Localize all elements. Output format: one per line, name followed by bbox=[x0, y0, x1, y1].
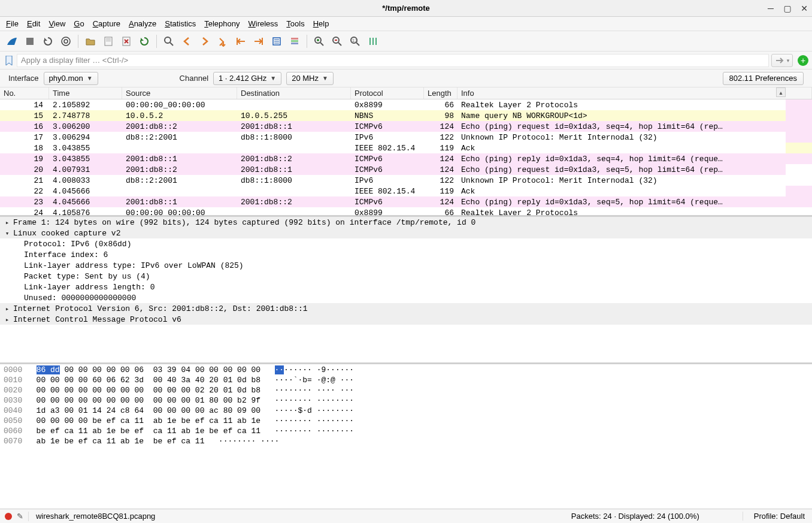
interface-label: Interface bbox=[8, 74, 39, 83]
col-time[interactable]: Time bbox=[49, 87, 122, 99]
packet-row[interactable]: 183.043855IEEE 802.15.4119Ack bbox=[0, 143, 812, 153]
zoom-reset-icon[interactable]: 1:1 bbox=[347, 33, 363, 50]
packet-row[interactable]: 234.0456662001:db8::12001:db8::2ICMPv612… bbox=[0, 196, 812, 207]
hex-line[interactable]: 0060 be ef ca 11 ab 1e be ef ca 11 ab 1e… bbox=[4, 427, 808, 437]
hex-line[interactable]: 0010 00 00 00 00 60 06 62 3d 00 40 3a 40… bbox=[4, 376, 808, 386]
save-file-icon[interactable] bbox=[100, 33, 117, 50]
hex-line[interactable]: 0000 86 dd 00 00 00 00 00 06 03 39 04 00… bbox=[4, 365, 808, 376]
interface-dropdown[interactable]: phy0.mon▼ bbox=[44, 72, 98, 85]
menu-file[interactable]: File bbox=[6, 19, 19, 28]
display-filter-input[interactable] bbox=[17, 54, 769, 67]
go-last-packet-icon[interactable] bbox=[250, 33, 267, 50]
chevron-down-icon: ▼ bbox=[270, 75, 276, 81]
chevron-down-icon: ▼ bbox=[87, 75, 93, 81]
maximize-button[interactable]: ▢ bbox=[783, 4, 792, 13]
channel-dropdown[interactable]: 1 · 2.412 GHz▼ bbox=[213, 72, 281, 85]
detail-line[interactable]: ▸Internet Protocol Version 6, Src: 2001:… bbox=[0, 303, 812, 314]
packet-row[interactable]: 173.006294db8::2:2001db8::1:8000IPv6122U… bbox=[0, 132, 812, 143]
packet-row[interactable]: 224.045666IEEE 802.15.4119Ack bbox=[0, 186, 812, 196]
close-button[interactable]: ✕ bbox=[800, 4, 808, 13]
menu-go[interactable]: Go bbox=[74, 19, 84, 28]
hex-line[interactable]: 0030 00 00 00 00 00 00 00 00 00 00 00 01… bbox=[4, 396, 808, 406]
add-filter-button[interactable]: + bbox=[798, 55, 808, 66]
menu-edit[interactable]: Edit bbox=[27, 19, 40, 28]
go-to-packet-icon[interactable] bbox=[214, 33, 231, 50]
menu-capture[interactable]: Capture bbox=[93, 19, 120, 28]
minimize-button[interactable]: ─ bbox=[766, 4, 775, 13]
packet-bytes-pane[interactable]: 0000 86 dd 00 00 00 00 00 06 03 39 04 00… bbox=[0, 364, 812, 509]
hex-line[interactable]: 0070 ab 1e be ef ca 11 ab 1e be ef ca 11… bbox=[4, 437, 808, 447]
wireless-toolbar: Interface phy0.mon▼ Channel 1 · 2.412 GH… bbox=[0, 69, 812, 87]
col-destination[interactable]: Destination bbox=[237, 87, 351, 99]
col-protocol[interactable]: Protocol bbox=[351, 87, 424, 99]
tree-toggle-icon[interactable]: ▸ bbox=[4, 305, 11, 313]
tree-toggle-icon[interactable]: ▸ bbox=[4, 316, 11, 324]
detail-line[interactable]: Link-layer address length: 0 bbox=[0, 282, 812, 292]
scroll-up-button[interactable]: ▴ bbox=[776, 87, 786, 97]
detail-line[interactable]: ▸Internet Control Message Protocol v6 bbox=[0, 314, 812, 325]
reload-icon[interactable] bbox=[136, 33, 153, 50]
hex-line[interactable]: 0020 00 00 00 00 00 00 00 00 00 00 00 02… bbox=[4, 386, 808, 396]
wireless-prefs-button[interactable]: 802.11 Preferences bbox=[723, 72, 804, 85]
restart-capture-icon[interactable] bbox=[40, 33, 56, 50]
packet-color-strip bbox=[786, 99, 812, 207]
detail-line[interactable]: ▸Frame 1: 124 bytes on wire (992 bits), … bbox=[0, 217, 812, 228]
capture-file-properties-icon[interactable]: ✎ bbox=[17, 512, 23, 521]
bookmark-icon[interactable] bbox=[4, 54, 14, 67]
svg-line-9 bbox=[170, 43, 173, 46]
stop-capture-icon[interactable] bbox=[22, 33, 38, 50]
menu-statistics[interactable]: Statistics bbox=[165, 19, 196, 28]
menu-help[interactable]: Help bbox=[313, 19, 329, 28]
packet-row[interactable]: 214.008033db8::2:2001db8::1:8000IPv6122U… bbox=[0, 175, 812, 186]
go-next-packet-icon[interactable] bbox=[196, 33, 213, 50]
detail-line[interactable]: Interface index: 6 bbox=[0, 249, 812, 260]
channel-width-dropdown[interactable]: 20 MHz▼ bbox=[286, 72, 334, 85]
find-packet-icon[interactable] bbox=[160, 33, 177, 50]
packet-row[interactable]: 163.0062002001:db8::22001:db8::1ICMPv612… bbox=[0, 121, 812, 132]
resize-columns-icon[interactable] bbox=[365, 33, 381, 50]
zoom-out-icon[interactable] bbox=[329, 33, 346, 50]
status-profile[interactable]: Profile: Default bbox=[743, 512, 807, 521]
packet-row[interactable]: 193.0438552001:db8::12001:db8::2ICMPv612… bbox=[0, 153, 812, 164]
go-first-packet-icon[interactable] bbox=[232, 33, 249, 50]
hex-line[interactable]: 0050 00 00 00 00 be ef ca 11 ab 1e be ef… bbox=[4, 416, 808, 427]
menu-telephony[interactable]: Telephony bbox=[204, 19, 240, 28]
menu-wireless[interactable]: Wireless bbox=[249, 19, 278, 28]
col-no[interactable]: No. bbox=[0, 87, 49, 99]
svg-point-2 bbox=[64, 40, 68, 43]
detail-line[interactable]: Link-layer address type: IPv6 over LoWPA… bbox=[0, 260, 812, 271]
shark-fin-icon[interactable] bbox=[4, 33, 20, 50]
go-prev-packet-icon[interactable] bbox=[178, 33, 195, 50]
col-source[interactable]: Source bbox=[122, 87, 237, 99]
packet-row[interactable]: 152.74877810.0.5.210.0.5.255NBNS98Name q… bbox=[0, 110, 812, 121]
packet-list-header[interactable]: No. Time Source Destination Protocol Len… bbox=[0, 87, 812, 99]
col-info[interactable]: Info bbox=[457, 87, 812, 99]
detail-line[interactable]: Protocol: IPv6 (0x86dd) bbox=[0, 238, 812, 249]
svg-line-20 bbox=[320, 43, 323, 46]
svg-rect-17 bbox=[291, 40, 298, 42]
col-length[interactable]: Length bbox=[424, 87, 457, 99]
zoom-in-icon[interactable] bbox=[311, 33, 328, 50]
hex-line[interactable]: 0040 1d a3 00 01 14 24 c8 64 00 00 00 00… bbox=[4, 406, 808, 416]
detail-line[interactable]: Packet type: Sent by us (4) bbox=[0, 271, 812, 282]
autoscroll-icon[interactable] bbox=[268, 33, 285, 50]
menu-tools[interactable]: Tools bbox=[286, 19, 304, 28]
packet-row[interactable]: 142.10589200:00:00_00:00:000x889966Realt… bbox=[0, 99, 812, 110]
detail-line[interactable]: Unused: 0000000000000000 bbox=[0, 292, 812, 303]
packet-row[interactable]: 244.10587600:00:00_00:00:000x889966Realt… bbox=[0, 207, 812, 217]
tree-toggle-icon[interactable]: ▾ bbox=[4, 229, 11, 237]
menu-view[interactable]: View bbox=[49, 19, 65, 28]
menu-analyze[interactable]: Analyze bbox=[129, 19, 156, 28]
packet-list-pane[interactable]: No. Time Source Destination Protocol Len… bbox=[0, 87, 812, 217]
display-filter-bar: ▾ + bbox=[0, 52, 812, 69]
tree-toggle-icon[interactable]: ▸ bbox=[4, 219, 11, 226]
apply-filter-button[interactable]: ▾ bbox=[771, 54, 793, 67]
capture-options-icon[interactable] bbox=[57, 33, 74, 50]
detail-line[interactable]: ▾Linux cooked capture v2 bbox=[0, 228, 812, 238]
colorize-icon[interactable] bbox=[286, 33, 303, 50]
expert-info-icon[interactable] bbox=[5, 513, 12, 520]
open-file-icon[interactable] bbox=[82, 33, 99, 50]
packet-row[interactable]: 204.0079312001:db8::22001:db8::1ICMPv612… bbox=[0, 164, 812, 175]
close-file-icon[interactable] bbox=[118, 33, 135, 50]
packet-details-pane[interactable]: ▸Frame 1: 124 bytes on wire (992 bits), … bbox=[0, 217, 812, 364]
